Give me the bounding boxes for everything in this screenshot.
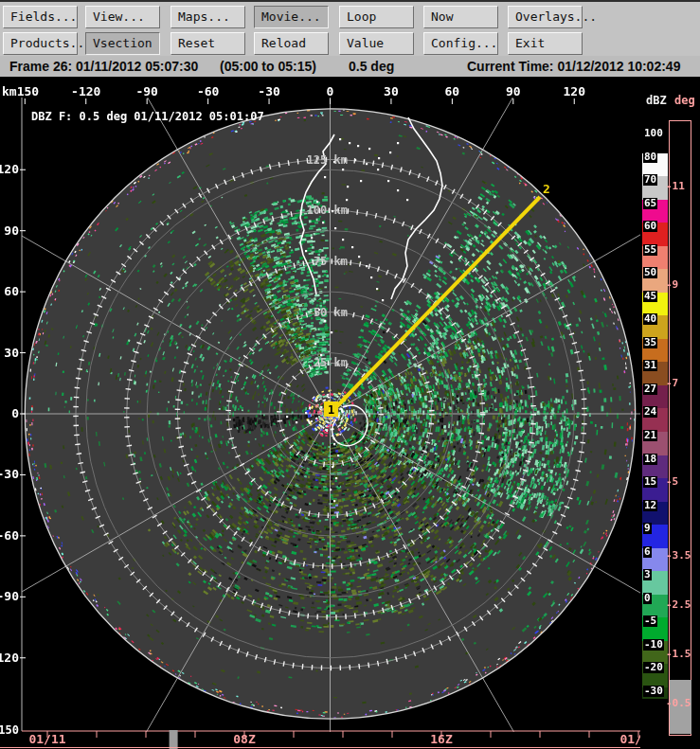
colorbar-band: -30 <box>642 687 668 699</box>
left-axis-label: -90 <box>0 589 19 603</box>
colorbar-value: 6 <box>643 546 652 558</box>
left-axis-label: -60 <box>0 528 19 543</box>
left-axis-bottom-label: -150 <box>0 723 19 737</box>
toolbar: Fields...View...Maps...Movie...LoopNowOv… <box>0 0 700 56</box>
map-dot <box>335 477 337 479</box>
elevation-tick-3.5[interactable]: -3.5 <box>666 549 691 562</box>
value-button[interactable]: Value <box>339 32 414 55</box>
radar-plot: 25 km50 km75 km100 km125 km12DBZ F: 0.5 … <box>0 79 700 749</box>
map-dot <box>357 145 359 147</box>
reset-button[interactable]: Reset <box>171 32 245 55</box>
top-axis-km-label: km150 <box>2 84 39 98</box>
colorbar-value: 100 <box>643 128 664 139</box>
map-dot <box>337 455 339 456</box>
left-axis-label: 30 <box>4 346 19 360</box>
current-time: Current Time: 01/12/2012 10:02:49 <box>467 59 680 74</box>
time-axis-label-16Z: 16Z <box>430 732 453 746</box>
elevation-tick-0.5[interactable]: -0.5 <box>666 697 691 709</box>
loop-button[interactable]: Loop <box>339 6 414 28</box>
map-dot <box>316 201 318 203</box>
map-dot <box>354 159 356 161</box>
reload-button[interactable]: Reload <box>254 32 329 55</box>
map-dot <box>378 157 380 159</box>
colorbar-value: 80 <box>643 152 657 163</box>
ring-label-75: 75 km <box>314 255 348 268</box>
map-dot <box>360 180 362 182</box>
map-dot <box>349 142 350 144</box>
fields-button[interactable]: Fields... <box>3 6 78 28</box>
colorbar-value: 31 <box>643 360 657 371</box>
top-axis-label: -60 <box>197 84 220 98</box>
now-button[interactable]: Now <box>423 6 498 28</box>
field-annotation: DBZ F: 0.5 deg 01/11/2012 05:01:07 <box>31 110 264 123</box>
time-axis-label-0111: 01/11 <box>28 732 65 746</box>
map-dot <box>305 412 307 414</box>
map-dot <box>305 250 307 252</box>
left-axis-label: -30 <box>0 467 19 481</box>
elevation-scale-title: deg <box>674 94 695 107</box>
map-dot <box>370 276 372 278</box>
time-axis[interactable]: 01/1108Z16Z01/12 <box>0 730 700 749</box>
map-dot <box>333 500 335 502</box>
colorbar-value: 65 <box>643 198 657 209</box>
colorbar-value: 12 <box>643 500 657 511</box>
top-axis-label: 30 <box>384 84 399 98</box>
vsection-line[interactable] <box>332 197 540 411</box>
elevation-scale[interactable]: deg -11-9-7-5-3.5-2.5-1.5-0.5 <box>669 79 700 749</box>
colorbar-value: 0 <box>643 593 652 604</box>
vsection-button[interactable]: Vsection <box>85 32 160 55</box>
colorbar-value: 35 <box>643 337 657 348</box>
top-axis-label: 60 <box>445 84 460 98</box>
vsection-end-label: 2 <box>543 182 550 196</box>
elevation-tick-11[interactable]: -11 <box>666 180 685 192</box>
colorbar-value: -10 <box>643 639 664 651</box>
elevation-tick-1.5[interactable]: -1.5 <box>666 648 691 660</box>
elevation-tick-5[interactable]: -5 <box>666 475 678 488</box>
movie-button[interactable]: Movie... <box>254 6 329 28</box>
maps-button[interactable]: Maps... <box>171 6 245 28</box>
map-dot <box>368 148 370 150</box>
frame-position-marker[interactable] <box>170 730 178 749</box>
elevation-readout: 0.5 deg <box>349 59 394 74</box>
colorbar-band: 70 <box>642 176 668 200</box>
map-dot <box>324 176 326 178</box>
colorbar-value: 27 <box>643 383 657 395</box>
vsection-start-label: 1 <box>328 403 334 417</box>
polar-grid <box>0 79 700 749</box>
cross-section-line[interactable]: 12 <box>324 182 550 417</box>
config-button[interactable]: Config... <box>423 32 498 55</box>
colorbar-value: 24 <box>643 406 657 418</box>
map-dot <box>342 239 344 241</box>
view-button[interactable]: View... <box>85 6 160 28</box>
colorbar-title: dBZ <box>646 94 667 107</box>
frame-info: Frame 26: 01/11/2012 05:07:30 <box>9 59 198 74</box>
map-dot <box>330 489 332 490</box>
top-axis-label: -30 <box>258 84 280 98</box>
map-dot <box>376 288 378 290</box>
map-dot <box>286 416 288 418</box>
map-dot <box>389 152 391 153</box>
elevation-tick-2.5[interactable]: -2.5 <box>666 598 691 611</box>
map-dot <box>333 443 335 445</box>
colorbar-band: 15 <box>642 478 668 502</box>
products-button[interactable]: Products... <box>3 32 78 55</box>
map-dot <box>331 331 332 333</box>
left-axis-label: -120 <box>0 651 19 665</box>
elevation-tick-9[interactable]: -9 <box>666 278 678 291</box>
exit-button[interactable]: Exit <box>508 32 583 55</box>
frame-range: (05:00 to 05:15) <box>220 59 316 74</box>
map-dot <box>324 320 326 322</box>
map-boundary-east <box>391 117 442 299</box>
map-dot <box>322 222 324 223</box>
elevation-tick-7[interactable]: -7 <box>666 377 678 389</box>
colorbar-value: 45 <box>643 291 657 302</box>
overlays-button[interactable]: Overlays... <box>508 6 583 28</box>
map-dot <box>358 256 360 258</box>
colorbar-value: 18 <box>643 454 657 465</box>
map-dot <box>387 180 389 182</box>
top-axis-label: 120 <box>564 84 586 98</box>
ring-label-100: 100 km <box>307 204 348 217</box>
map-dot <box>377 169 379 170</box>
left-axis-label: 0 <box>11 406 19 420</box>
map-dot <box>397 142 399 144</box>
